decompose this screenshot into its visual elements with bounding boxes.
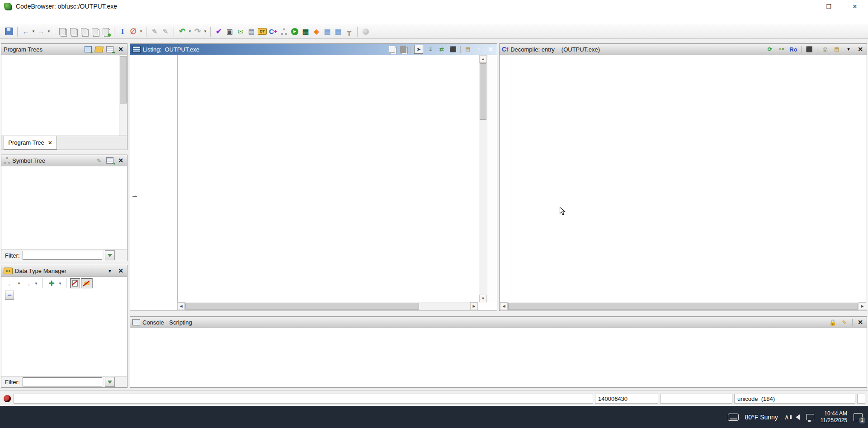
dtm-forward-icon[interactable]: → [22,278,33,289]
table-view-alt-icon[interactable]: ▦ [333,26,344,37]
decompiler-icon: Cf [502,46,508,53]
program-tree-tab-close-icon[interactable]: ✕ [48,140,52,146]
new-tree-icon[interactable] [84,45,92,53]
close-decompile-icon[interactable]: ✕ [856,45,864,53]
weather-widget[interactable]: 80°F Sunny [745,414,778,421]
clear-code-icon[interactable]: ∅ [128,26,139,37]
collapse-all-icon[interactable]: − [5,291,14,300]
listing-menu-chevron-icon[interactable]: ▼ [475,45,483,53]
close-console-icon[interactable]: ✕ [856,318,864,326]
program-tree-tab[interactable]: Program Tree ✕ [4,136,57,150]
console-edit-icon[interactable]: ✎ [840,318,849,326]
notes-icon[interactable]: ▤ [246,26,257,37]
save-icon[interactable] [4,26,14,37]
dtm-filter-options-icon[interactable] [105,377,115,387]
maximize-button[interactable]: ❒ [816,0,842,13]
validate-icon[interactable]: ✔ [213,26,224,37]
copy-tool-icon[interactable] [57,26,68,37]
console-output[interactable] [131,328,866,387]
scroll-lock-icon[interactable]: 🔒 [829,318,837,326]
run-script-icon[interactable]: ▶ [289,26,300,37]
listing-hscrollbar[interactable]: ◀ ▶ [177,302,478,310]
bookmark-tool-icon[interactable]: ┳ [344,26,354,37]
clock[interactable]: 10:44 AM 11/25/2025 [821,410,847,424]
undo-icon[interactable]: ↶ [177,26,188,37]
datatypes-folder-icon[interactable]: DT [257,26,268,37]
dtm-back-icon[interactable]: ← [5,278,16,289]
copy-special-icon[interactable] [68,26,79,37]
tray-chevron-icon[interactable]: ∧ [784,413,789,421]
diamond-tool-icon[interactable]: ◆ [311,26,322,37]
back-icon[interactable]: ← [20,26,31,37]
detach-tree-icon[interactable] [106,45,114,53]
go-to-bottom-icon[interactable]: ⇓ [426,45,434,53]
program-tree-tabstrip: Program Tree ✕ [1,136,127,150]
open-tree-icon[interactable] [95,45,103,53]
dtm-menu-chevron-icon[interactable]: ▼ [106,267,114,275]
table-view-icon[interactable]: ▦ [322,26,333,37]
function-graph-icon[interactable]: ⚯ [778,45,786,53]
analysis-status-icon [4,395,11,402]
close-listing-icon[interactable]: ✕ [486,45,495,53]
symbol-filter-input[interactable] [23,251,102,260]
paste-tool-icon[interactable] [79,26,90,37]
listing-paste-icon[interactable] [399,45,407,53]
network-icon[interactable] [806,414,814,420]
graph-node-icon[interactable] [278,26,289,37]
dtm-pointer-filter-icon[interactable]: ✛ [46,278,57,289]
export-c-icon[interactable]: ⎙ [821,45,829,53]
close-symbol-tree-icon[interactable]: ✕ [117,156,125,165]
forward-icon[interactable]: → [36,26,47,37]
detach-symbol-tree-icon[interactable] [106,156,114,165]
cursor-style-icon[interactable]: I [117,26,128,37]
close-button[interactable]: ✕ [842,0,868,13]
line-number-divider [511,55,511,294]
decompile-hscrollbar[interactable]: ◀ ▶ [500,302,866,310]
sphere-icon[interactable] [360,26,371,37]
snapshot-add-icon[interactable] [100,26,111,37]
symbol-filter-options-icon[interactable] [105,250,115,260]
listing-copy-icon[interactable] [388,45,396,53]
decompile-header: Cf Decompile: entry - (OUTPUT.exe) ⟳ ⚯ R… [500,44,867,55]
cpp-export-icon[interactable]: C+ [268,26,278,37]
hide-arrays-toggle-icon[interactable] [70,278,80,288]
status-resize-grip [857,394,865,404]
listing-body[interactable]: → [131,55,479,302]
redo-icon[interactable]: ↷ [192,26,203,37]
close-dtm-icon[interactable]: ✕ [117,267,125,275]
listing-vscrollbar[interactable]: ▲ ▼ [479,55,487,302]
diff-view-icon[interactable]: ⇄ [438,45,446,53]
cursor-location-toggle-icon[interactable]: ➤ [414,45,423,54]
symbol-filter-label: Filter: [5,252,20,259]
ghidra-dragon-icon [4,3,12,10]
screenshot-icon[interactable]: ▣ [224,26,235,37]
snapshot-camera-icon[interactable]: ⬛ [449,45,457,53]
close-program-trees-icon[interactable]: ✕ [117,45,125,53]
edit-symbol-icon[interactable]: ✎ [95,156,103,165]
decompile-fields-icon[interactable]: ▤ [833,45,841,53]
current-location-arrow-icon: → [132,192,137,200]
listing-fields-icon[interactable]: ▤ [464,45,472,53]
program-tree-scrollbar[interactable] [119,55,127,136]
window-title: CodeBrowser: obfusc:/OUTPUT.exe [16,3,117,10]
program-tree-tab-label: Program Tree [8,139,44,146]
status-type-field: unicode (184) [734,394,855,404]
refresh-decompile-icon[interactable]: ⟳ [766,45,774,53]
memory-map-icon[interactable]: ▦ [300,26,311,37]
decompile-camera-icon[interactable]: ⬛ [805,45,813,53]
rotate-layout-button[interactable]: Ro [789,45,797,53]
annotate-icon[interactable]: ✎ [149,26,160,37]
touch-keyboard-icon[interactable] [728,414,739,421]
minimize-button[interactable]: — [789,0,816,13]
dtm-filter-input[interactable] [23,377,102,386]
decompile-menu-chevron-icon[interactable]: ▼ [844,45,853,53]
mail-icon[interactable]: ✉ [235,26,246,37]
notification-center-icon[interactable]: 1 [854,413,863,421]
annotate-alt-icon[interactable]: ✎ [160,26,171,37]
volume-icon[interactable] [796,414,800,420]
duplicate-icon[interactable] [90,26,100,37]
clock-time: 10:44 AM [821,410,847,417]
hide-pointers-toggle-icon[interactable] [81,278,93,288]
decompile-body[interactable] [500,55,866,302]
listing-overview-margin[interactable] [487,55,496,302]
